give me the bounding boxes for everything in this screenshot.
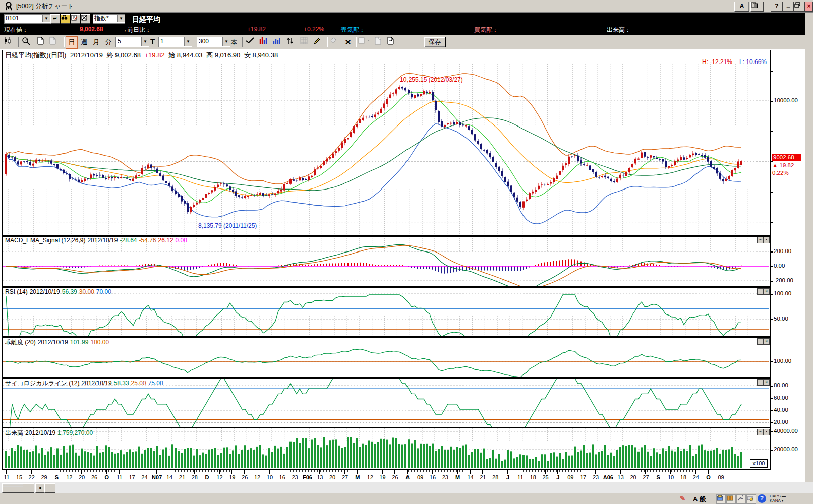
minor-time-tick bbox=[151, 470, 151, 472]
major-time-tick bbox=[357, 470, 358, 474]
minor-time-tick bbox=[39, 470, 39, 472]
ime-pad-icon[interactable] bbox=[746, 494, 756, 504]
zoom-button[interactable] bbox=[21, 36, 34, 49]
period-month-button[interactable]: 月 bbox=[90, 36, 102, 49]
period-week-button[interactable]: 週 bbox=[78, 36, 90, 49]
minor-time-tick bbox=[175, 470, 176, 472]
ime-tools-icon[interactable] bbox=[736, 494, 746, 504]
period-minute-button[interactable]: 分 bbox=[102, 36, 114, 49]
macd-chart[interactable] bbox=[3, 236, 769, 286]
ime-palette-icon[interactable] bbox=[716, 494, 726, 504]
kairi-panel-close-button[interactable]: × bbox=[763, 338, 770, 345]
macd-panel-close-button[interactable]: × bbox=[763, 237, 770, 243]
scroll-left-button[interactable]: ◄ bbox=[35, 483, 44, 493]
psych-panel-close-button[interactable]: × bbox=[763, 379, 770, 386]
ime-help-icon[interactable]: ? bbox=[758, 494, 766, 503]
time-tick-label: 17 bbox=[127, 474, 138, 480]
rsi-panel-close-button[interactable]: × bbox=[763, 288, 770, 295]
caps-kana-indicator: CAPS ▬ KANA ▾ bbox=[770, 494, 786, 503]
draw-pencil-button[interactable] bbox=[313, 36, 326, 49]
minor-time-tick bbox=[677, 470, 678, 472]
minor-time-tick bbox=[438, 470, 439, 472]
major-time-tick bbox=[570, 470, 570, 474]
panel-divider bbox=[2, 427, 771, 428]
psychological-chart[interactable] bbox=[3, 379, 769, 427]
scrollbar-grip[interactable] bbox=[2, 483, 34, 493]
minor-time-tick bbox=[220, 470, 221, 472]
minor-time-tick bbox=[78, 470, 79, 472]
page-icon bbox=[37, 37, 44, 45]
kairi-chart[interactable] bbox=[3, 338, 769, 377]
scrollbar-thumb[interactable] bbox=[44, 483, 55, 493]
minor-time-tick bbox=[260, 470, 260, 472]
eraser-icon bbox=[329, 37, 337, 43]
ime-dictionary-icon[interactable] bbox=[726, 494, 736, 504]
enter-button[interactable]: ↵ bbox=[50, 14, 60, 24]
price-tag-pct: 0.22% bbox=[772, 170, 789, 176]
layout-copy-button-disabled[interactable] bbox=[374, 36, 387, 49]
minor-time-tick bbox=[680, 470, 681, 472]
volume-chart[interactable] bbox=[3, 428, 769, 469]
rsi-chart[interactable] bbox=[3, 288, 769, 336]
sort-arrows-button[interactable] bbox=[286, 36, 299, 49]
time-tick-label: J bbox=[502, 474, 513, 480]
search-binoculars-button[interactable] bbox=[61, 14, 70, 24]
change-pct-value: +0.22% bbox=[304, 26, 324, 33]
major-time-tick bbox=[670, 470, 671, 474]
font-button[interactable]: A bbox=[734, 2, 749, 12]
eraser-button-disabled[interactable] bbox=[328, 36, 341, 49]
time-tick-label: 10 bbox=[264, 474, 275, 480]
instrument-type-select[interactable]: 指数* ▼ bbox=[93, 14, 125, 24]
major-time-tick bbox=[683, 470, 683, 474]
bar-width-select[interactable]: 5 ▼ bbox=[115, 37, 149, 47]
minor-time-tick bbox=[27, 470, 27, 472]
minor-time-tick bbox=[472, 470, 472, 472]
ime-mode-indicator[interactable]: A 般 bbox=[693, 495, 706, 504]
copy-page-button-disabled[interactable] bbox=[48, 36, 62, 49]
kana-arrow: ▾ bbox=[782, 498, 784, 503]
copy-window-button[interactable] bbox=[750, 2, 764, 12]
minor-time-tick bbox=[526, 470, 527, 472]
period-day-button[interactable]: 日 bbox=[66, 36, 78, 49]
symbol-code-input[interactable]: 0101 ▼ bbox=[4, 14, 50, 24]
compare-bars-button[interactable] bbox=[259, 36, 272, 49]
edit-memo-button[interactable] bbox=[71, 14, 80, 24]
grid-button-disabled[interactable] bbox=[300, 36, 313, 49]
tick-select[interactable]: 1 ▼ bbox=[158, 37, 192, 47]
help-button[interactable]: ? bbox=[771, 2, 783, 12]
major-time-tick bbox=[382, 470, 383, 474]
new-page-button[interactable] bbox=[36, 36, 49, 49]
no-edit-button[interactable] bbox=[81, 14, 90, 24]
major-time-tick bbox=[545, 470, 546, 474]
candlestick-type-button[interactable] bbox=[3, 36, 16, 49]
bar-width-arrow[interactable]: ▼ bbox=[141, 37, 149, 46]
save-button[interactable]: 保存 bbox=[424, 37, 446, 47]
panel-divider bbox=[2, 377, 771, 379]
binoculars-icon bbox=[61, 15, 68, 20]
layout-export-button[interactable] bbox=[386, 36, 399, 49]
symbol-dropdown-arrow[interactable]: ▼ bbox=[42, 15, 50, 22]
ime-pen-icon[interactable]: ✎ bbox=[680, 494, 686, 502]
main-price-chart[interactable] bbox=[3, 50, 769, 235]
minimize-button[interactable]: _ bbox=[783, 2, 794, 12]
close-button[interactable]: × bbox=[805, 2, 813, 12]
major-time-tick bbox=[608, 470, 608, 474]
horizontal-scrollbar[interactable]: ◄ bbox=[0, 482, 813, 493]
minor-time-tick bbox=[360, 470, 360, 472]
restore-button[interactable] bbox=[794, 2, 805, 12]
minor-time-tick bbox=[738, 470, 738, 472]
volume-bars-button[interactable] bbox=[272, 36, 285, 49]
layout-select-button-disabled[interactable] bbox=[358, 36, 374, 49]
minor-time-tick bbox=[72, 470, 73, 472]
tick-arrow[interactable]: ▼ bbox=[184, 37, 192, 46]
time-tick-label: O bbox=[101, 474, 112, 480]
bar-count-arrow[interactable]: ▼ bbox=[222, 37, 230, 46]
axis-tick-label: 20.00 bbox=[774, 419, 788, 425]
minor-time-tick bbox=[57, 470, 57, 472]
volume-panel-close-button[interactable]: × bbox=[763, 429, 770, 435]
major-time-tick bbox=[6, 470, 7, 474]
delete-all-button[interactable]: ✕ bbox=[341, 36, 355, 49]
bar-count-select[interactable]: 300 ▼ bbox=[197, 37, 230, 47]
instrument-type-arrow[interactable]: ▼ bbox=[117, 15, 125, 22]
crosshair-button[interactable] bbox=[245, 36, 258, 49]
